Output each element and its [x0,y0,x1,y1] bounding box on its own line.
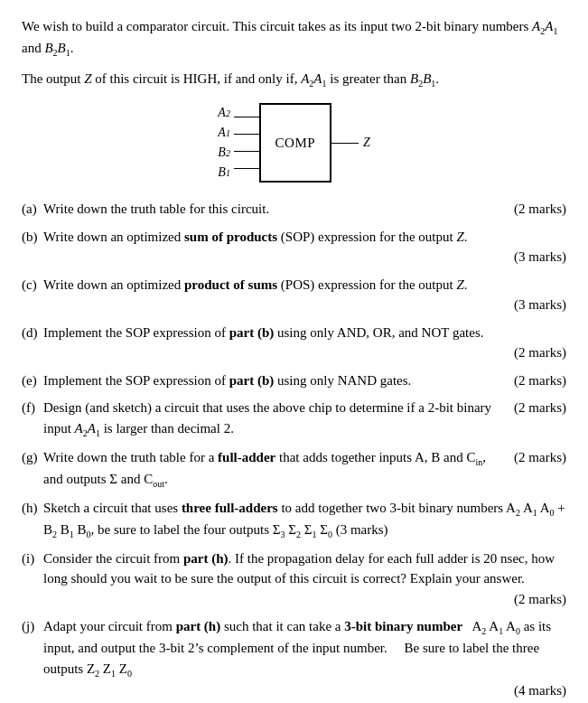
q-marks-c: (3 marks) [43,295,566,315]
input-labels: A2 A1 B2 B1 [218,103,230,183]
circuit-diagram: A2 A1 B2 B1 COMP Z [22,103,566,183]
question-a: (a) Write down the truth table for this … [22,199,566,220]
comp-label: COMP [275,136,316,151]
q-marks-f: (2 marks) [503,398,566,440]
question-g: (g) Write down the truth table for a ful… [22,447,566,491]
q-body-e: Implement the SOP expression of part (b)… [43,370,566,391]
comp-box: COMP [259,103,331,183]
q-label-b: (b) [22,227,43,267]
q-body-c: Write down an optimized product of sums … [43,275,566,315]
questions-section: (a) Write down the truth table for this … [22,199,566,700]
q-label-a: (a) [22,199,43,220]
question-d: (d) Implement the SOP expression of part… [22,323,566,363]
q-body-a: Write down the truth table for this circ… [43,199,566,220]
q-body-j: Adapt your circuit from part (h) such th… [43,616,566,700]
question-b: (b) Write down an optimized sum of produ… [22,227,566,267]
q-marks-e: (2 marks) [503,370,566,391]
q-marks-b: (3 marks) [43,247,566,267]
bold-full-adder: full-adder [218,450,275,464]
q-marks-i: (2 marks) [43,589,566,610]
q-marks-d: (2 marks) [43,342,566,363]
q-marks-a: (2 marks) [503,199,566,220]
question-c: (c) Write down an optimized product of s… [22,275,566,315]
question-h: (h) Sketch a circuit that uses three ful… [22,498,566,541]
output-label: Z [363,136,370,150]
bold-sop: sum of products [184,230,277,244]
question-j: (j) Adapt your circuit from part (h) suc… [22,616,566,700]
intro-para2: The output Z of this circuit is HIGH, if… [22,69,566,90]
bold-pos: product of sums [184,277,277,292]
q-label-g: (g) [22,447,43,491]
q-text-e: Implement the SOP expression of part (b)… [43,370,411,391]
q-body-g: Write down the truth table for a full-ad… [43,447,566,491]
bold-part-b-d: part (b) [229,325,275,340]
output-side: Z [331,136,370,150]
q-marks-g: (2 marks) [503,447,566,491]
q-label-f: (f) [22,398,43,440]
q-body-d: Implement the SOP expression of part (b)… [43,323,566,363]
q-label-c: (c) [22,275,43,315]
question-f: (f) Design (and sketch) a circuit that u… [22,398,566,440]
bold-part-b-e: part (b) [229,373,275,388]
q-label-h: (h) [22,498,43,541]
q-marks-j: (4 marks) [43,680,566,701]
q-text-g: Write down the truth table for a full-ad… [43,447,503,491]
intro-para1: We wish to build a comparator circuit. T… [22,16,566,60]
q-body-b: Write down an optimized sum of products … [43,227,566,267]
q-label-e: (e) [22,370,43,391]
q-text-a: Write down the truth table for this circ… [43,199,269,220]
bold-part-h-i: part (h) [183,551,229,566]
q-text-f: Design (and sketch) a circuit that uses … [43,398,503,440]
q-label-j: (j) [22,616,43,700]
q-marks-h-inline: (3 marks) [336,522,388,537]
question-i: (i) Consider the circuit from part (h). … [22,548,566,610]
bold-three-full-adders: three full-adders [182,501,278,515]
q-body-i: Consider the circuit from part (h). If t… [43,548,566,610]
bold-3bit: 3-bit binary number [344,619,462,633]
q-body-f: Design (and sketch) a circuit that uses … [43,398,566,440]
q-body-h: Sketch a circuit that uses three full-ad… [43,498,566,541]
question-e: (e) Implement the SOP expression of part… [22,370,566,391]
input-lines [234,108,259,177]
bold-part-h-j: part (h) [176,619,221,633]
q-label-i: (i) [22,548,43,610]
q-label-d: (d) [22,323,43,363]
